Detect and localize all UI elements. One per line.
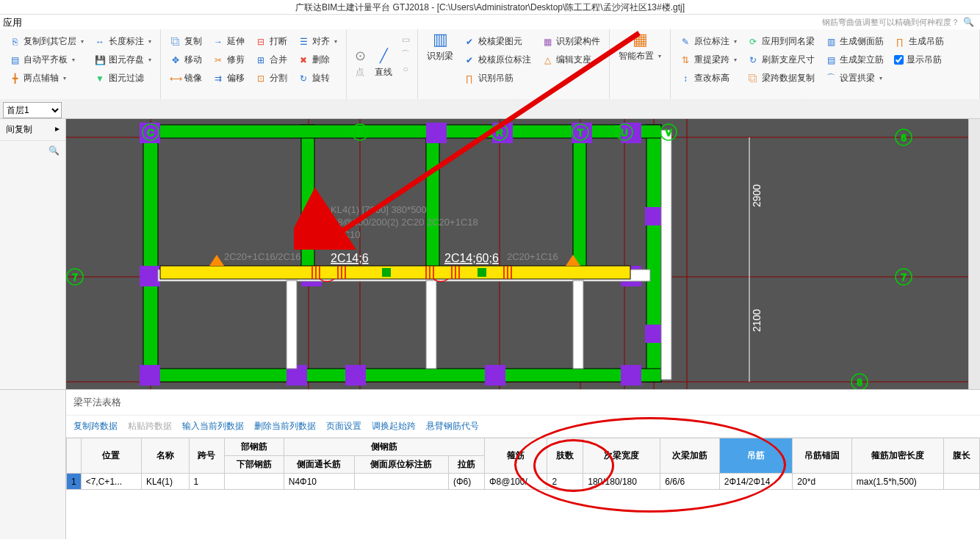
recognize-component[interactable]: ▦识别梁构件 — [538, 34, 603, 49]
recognize-beam[interactable]: 识别梁 — [424, 48, 456, 64]
span-data-copy[interactable]: ⿻梁跨数据复制 — [744, 70, 818, 86]
gen-hanging-rebar[interactable]: ∏生成吊筋 — [891, 34, 947, 49]
col-side-orig[interactable]: 侧面原位标注筋 — [355, 456, 449, 474]
svg-text:2C14;6: 2C14;6 — [331, 252, 369, 264]
col-position[interactable]: 位置 — [81, 438, 141, 474]
col-anchor[interactable]: 吊筋锚固 — [793, 438, 851, 474]
element-filter[interactable]: ▼图元过滤 — [91, 70, 154, 86]
svg-rect-27 — [140, 365, 160, 386]
refresh-support[interactable]: ↻刷新支座尺寸 — [744, 52, 818, 68]
drawing-viewport[interactable]: C K R T U V 6 7 7 8 2900 2100 KL4(1) [78… — [66, 119, 980, 389]
length-annotation[interactable]: ↔长度标注▾ — [91, 34, 154, 49]
svg-rect-29 — [345, 365, 366, 386]
break-icon: ⊟ — [255, 36, 267, 48]
vertical-scrollbar[interactable] — [968, 119, 980, 389]
align-btn[interactable]: ☰对齐▾ — [295, 34, 340, 49]
check-beam-element[interactable]: ✔校核梁图元 — [461, 34, 534, 49]
split-btn[interactable]: ⊡分割 — [252, 70, 290, 86]
line-icon: ╱ — [378, 50, 389, 62]
svg-rect-36 — [426, 281, 436, 369]
circle-icon[interactable]: ○ — [400, 63, 411, 75]
reorder-span[interactable]: ⇅重提梁跨▾ — [677, 52, 740, 68]
col-side-through[interactable]: 侧面通长筋 — [284, 456, 354, 474]
copy2-icon: ⿻ — [170, 36, 181, 48]
col-stirrup[interactable]: 箍筋 — [485, 438, 547, 474]
recognize-stirrup[interactable]: ∏识别吊筋 — [461, 70, 534, 86]
svg-rect-32 — [645, 207, 663, 225]
apply-same-name[interactable]: ⟳应用到同名梁 — [744, 34, 818, 49]
check-icon: ✔ — [464, 36, 475, 48]
col-sec-rebar[interactable]: 部钢筋 — [225, 438, 284, 456]
paste-span-data[interactable]: 粘贴跨数据 — [128, 420, 172, 433]
rect-icon[interactable]: ▭ — [400, 34, 411, 46]
check2-icon: ✔ — [464, 54, 475, 66]
show-hang-check[interactable] — [894, 55, 904, 65]
orig-mark[interactable]: ✎原位标注▾ — [677, 34, 740, 49]
col-side-rebar[interactable]: 侧钢筋 — [284, 438, 484, 456]
check-elevation[interactable]: ↕查改标高 — [677, 70, 740, 86]
svg-rect-16 — [646, 125, 661, 382]
col-dense[interactable]: 箍筋加密长度 — [851, 438, 943, 474]
svg-rect-12 — [143, 125, 158, 382]
gen-bracket-rebar[interactable]: ▤生成架立筋 — [822, 52, 887, 68]
copy-btn[interactable]: ⿻复制 — [167, 34, 205, 49]
svg-text:8: 8 — [857, 377, 862, 388]
swap-start-span[interactable]: 调换起始跨 — [372, 420, 416, 433]
move-btn[interactable]: ✥移动 — [167, 52, 205, 68]
col-tie[interactable]: 拉筋 — [448, 456, 484, 474]
offset-btn[interactable]: ⇉偏移 — [209, 70, 248, 86]
svg-text:7: 7 — [901, 272, 906, 283]
copy-to-other-floor[interactable]: ⎘复制到其它层▾ — [6, 34, 87, 49]
mirror-btn[interactable]: ⟷镜像 — [167, 70, 205, 86]
table-row[interactable]: 1 <7,C+1... KL4(1) 1 N4Φ10 (Φ6) Φ8@100/ … — [67, 474, 980, 490]
svg-rect-15 — [573, 125, 586, 279]
rotate-btn[interactable]: ↻旋转 — [295, 70, 340, 86]
show-hanging-rebar[interactable]: 显示吊筋 — [891, 52, 947, 68]
delete-col-data[interactable]: 删除当前列数据 — [254, 420, 316, 433]
point-btn[interactable]: 点 — [353, 65, 367, 80]
smart-icon: ▦ — [634, 34, 646, 46]
copy-span-data[interactable]: 复制跨数据 — [73, 420, 118, 433]
col-bot-rebar[interactable]: 下部钢筋 — [225, 456, 284, 474]
col-span[interactable]: 跨号 — [189, 438, 225, 474]
floor-select[interactable]: 首层1 — [3, 102, 62, 118]
line-btn[interactable]: 直线 — [372, 65, 395, 80]
check-orig-mark[interactable]: ✔校核原位标注 — [461, 52, 534, 68]
extend-icon: → — [212, 36, 224, 48]
app-tab[interactable]: 应用 — [3, 16, 22, 29]
element-save[interactable]: 💾图元存盘▾ — [91, 52, 154, 68]
merge-btn[interactable]: ⊞合并 — [252, 52, 290, 68]
col-web[interactable]: 腹长 — [944, 438, 980, 474]
inter-floor-copy[interactable]: 间复制▸ — [0, 119, 65, 141]
input-col-data[interactable]: 输入当前列数据 — [182, 420, 244, 433]
arch-icon: ⌒ — [825, 73, 837, 84]
beam-data-table[interactable]: 位置 名称 跨号 部钢筋 侧钢筋 箍筋 肢数 次梁宽度 次梁加筋 吊筋 吊筋锚固… — [66, 438, 980, 490]
panel-search-icon[interactable]: 🔍 — [0, 141, 65, 160]
arc-icon[interactable]: ⌒ — [400, 48, 411, 60]
extend-btn[interactable]: →延伸 — [209, 34, 248, 49]
svg-text:U: U — [621, 127, 627, 138]
svg-text:2100: 2100 — [751, 309, 763, 332]
auto-level-slab[interactable]: ▤自动平齐板▾ — [6, 52, 87, 68]
two-point-axis[interactable]: ╋两点辅轴▾ — [6, 70, 87, 86]
delete-btn[interactable]: ✖删除 — [295, 52, 340, 68]
left-tab-area — [0, 389, 66, 539]
col-limb[interactable]: 肢数 — [547, 438, 583, 474]
edit-support[interactable]: △编辑支座 — [538, 52, 603, 68]
col-name[interactable]: 名称 — [141, 438, 189, 474]
gen-side-rebar[interactable]: ▥生成侧面筋 — [822, 34, 887, 49]
page-settings[interactable]: 页面设置 — [326, 420, 361, 433]
col-sec-add[interactable]: 次梁加筋 — [660, 438, 719, 474]
smart-layout[interactable]: 智能布置▾ — [616, 48, 664, 64]
col-sec-width[interactable]: 次梁宽度 — [583, 438, 660, 474]
search-hint-text: 钢筋弯曲值调整可以精确到何种程度？ — [822, 17, 959, 28]
svg-text:V: V — [666, 127, 672, 138]
rotate-icon: ↻ — [298, 73, 309, 84]
help-search[interactable]: 钢筋弯曲值调整可以精确到何种程度？ 🔍 — [822, 16, 974, 28]
cantilever-code[interactable]: 悬臂钢筋代号 — [426, 420, 479, 433]
set-arch-beam[interactable]: ⌒设置拱梁▾ — [822, 70, 887, 86]
stirrup-icon: ∏ — [464, 73, 475, 84]
break-btn[interactable]: ⊟打断 — [252, 34, 290, 49]
trim-btn[interactable]: ✂修剪 — [209, 52, 248, 68]
col-hang[interactable]: 吊筋 — [719, 438, 793, 474]
